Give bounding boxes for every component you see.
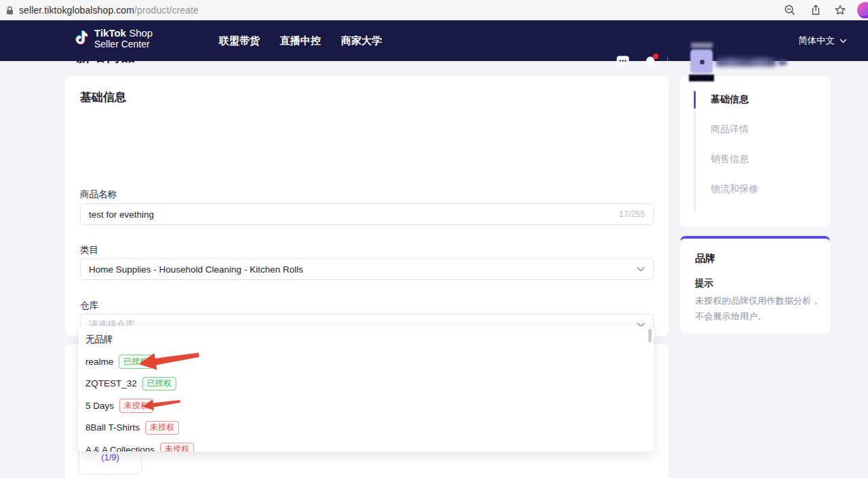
dropdown-scrollbar[interactable] (648, 329, 652, 342)
brand-option-label: realme (85, 357, 113, 367)
logo-seller-center: Seller Center (94, 39, 153, 50)
header-divider (667, 57, 668, 67)
url-host: seller.tiktokglobalshop.com (19, 5, 134, 16)
logo-text: TikTok Shop Seller Center (94, 28, 153, 49)
category-value: Home Supplies - Household Cleaning - Kit… (89, 264, 303, 275)
anchor-basic-info[interactable]: 基础信息 (711, 94, 749, 106)
message-icon[interactable] (616, 56, 629, 67)
warehouse-label: 仓库 (80, 300, 98, 312)
language-switcher[interactable]: 简体中文 (798, 20, 847, 61)
product-name-input[interactable]: test for evething 17/255 (80, 203, 654, 225)
chevron-down-icon (840, 39, 847, 43)
tip-card-body: 未授权的品牌仅用作数据分析，不会展示给用户。 (695, 293, 821, 324)
tiktok-note-icon (73, 28, 90, 49)
brand-option-label: 无品牌 (85, 334, 113, 346)
language-label: 简体中文 (798, 35, 835, 47)
star-icon[interactable] (834, 4, 846, 16)
anchor-product-details[interactable]: 商品详情 (711, 123, 749, 136)
anchor-sales-info[interactable]: 销售信息 (711, 153, 749, 165)
brand-tip-card: 品牌 提示 未授权的品牌仅用作数据分析，不会展示给用户。 (680, 236, 830, 334)
section-title: 基础信息 (80, 89, 126, 105)
category-label: 类目 (80, 244, 98, 256)
brand-option-label: 8Ball T-Shirts (85, 422, 140, 433)
category-select[interactable]: Home Supplies - Household Cleaning - Kit… (80, 258, 654, 280)
authorized-badge: 已授权 (142, 377, 176, 391)
user-name-redacted (778, 60, 787, 65)
tip-card-subtitle: 提示 (695, 277, 713, 290)
blur-artifact (691, 43, 713, 48)
url-text[interactable]: seller.tiktokglobalshop.com/product/crea… (19, 5, 199, 16)
brand-option-label: A & A Collections (85, 445, 155, 452)
nav-affiliate[interactable]: 联盟带货 (219, 20, 260, 61)
browser-address-bar: seller.tiktokglobalshop.com/product/crea… (0, 0, 868, 20)
anchor-active-indicator (694, 91, 696, 108)
brand-option-8ball[interactable]: 8Ball T-Shirts 未授权 (79, 417, 654, 439)
notification-dot (653, 54, 658, 59)
nav-live-center[interactable]: 直播中控 (280, 20, 321, 61)
brand-dropdown: 无品牌 realme 已授权 ZQTEST_32 已授权 5 Days 未授权 … (79, 326, 654, 452)
brand-option-label: 5 Days (85, 401, 114, 411)
brand-option-zqtest32[interactable]: ZQTEST_32 已授权 (79, 373, 654, 395)
char-counter: 17/255 (619, 210, 645, 219)
product-name-label: 商品名称 (80, 188, 117, 201)
user-name-redacted (716, 58, 776, 66)
avatar-blur-detail (700, 60, 705, 64)
product-name-value: test for evething (89, 210, 154, 220)
url-path: /product/create (134, 5, 199, 16)
tip-card-title: 品牌 (695, 252, 715, 265)
tiktok-shop-logo[interactable]: TikTok Shop Seller Center (73, 28, 153, 49)
upload-counter: (1/9) (79, 452, 141, 462)
anchor-track (694, 91, 696, 212)
unauthorized-badge: 未授权 (145, 421, 179, 435)
logo-shop: Shop (126, 27, 153, 39)
zoom-icon[interactable] (784, 4, 796, 16)
brand-option-aa-collections[interactable]: A & A Collections 未授权 (79, 439, 654, 452)
blur-artifact (689, 75, 714, 81)
anchor-logistics-warranty[interactable]: 物流和保修 (711, 183, 758, 195)
section-anchor-nav: 基础信息 商品详情 销售信息 物流和保修 (680, 76, 830, 227)
brand-option-label: ZQTEST_32 (85, 378, 137, 389)
nav-seller-academy[interactable]: 商家大学 (341, 20, 382, 61)
unauthorized-badge: 未授权 (160, 443, 194, 452)
lock-icon (5, 5, 15, 16)
app-header: TikTok Shop Seller Center 联盟带货 直播中控 商家大学… (0, 20, 868, 61)
brand-option-no-brand[interactable]: 无品牌 (79, 329, 654, 351)
share-icon[interactable] (810, 4, 822, 16)
logo-brand: TikTok (94, 27, 126, 39)
chevron-down-icon (637, 266, 645, 272)
browser-profile-avatar[interactable] (857, 2, 868, 18)
basic-info-card: 基础信息 商品名称 test for evething 17/255 类目 Ho… (65, 76, 669, 336)
